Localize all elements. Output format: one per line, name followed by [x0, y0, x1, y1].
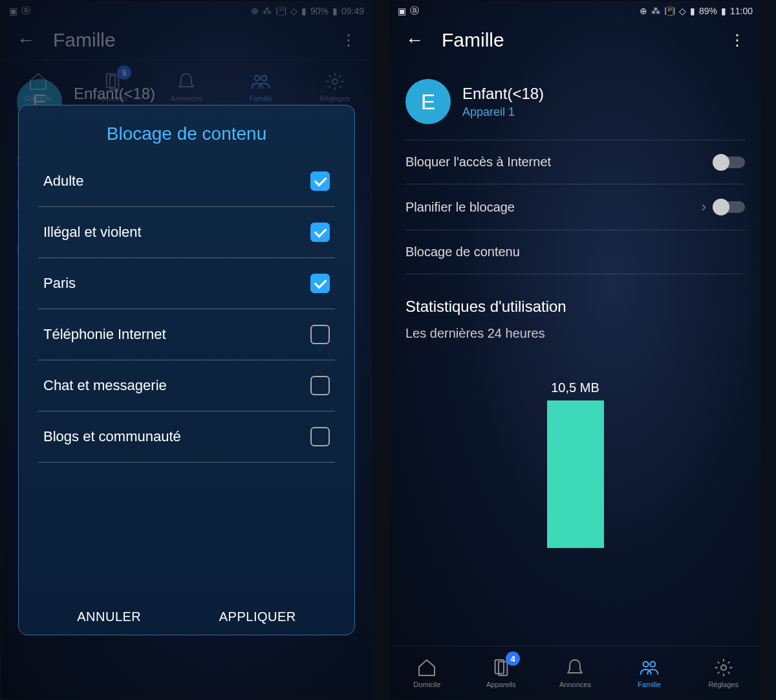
setting-label: Blocage de contenu	[405, 245, 520, 259]
toggle-internet[interactable]	[714, 157, 745, 168]
add-icon: ⊕	[640, 6, 647, 16]
vibrate-icon: 📳	[275, 6, 286, 16]
option-row[interactable]: Téléphonie Internet	[38, 309, 335, 360]
nav-label: Domicile	[413, 681, 440, 688]
nav-label: Famille	[638, 681, 660, 688]
bar-value-label: 10,5 MB	[547, 380, 604, 395]
setting-label: Planifier le blocage	[405, 200, 515, 215]
setting-block-internet[interactable]: Bloquer l'accès à Internet	[405, 140, 745, 184]
more-icon[interactable]: ⋮	[729, 31, 745, 49]
nav-item-réglages[interactable]: Réglages	[686, 646, 760, 699]
phone-right: ▣ ⓐ ⊕ ⁂ 📳 ◇ ▮ 89% ▮ 11:00 ← Famille ⋮ E …	[390, 1, 760, 699]
accessibility-icon: ⓐ	[21, 5, 30, 17]
avatar[interactable]: E	[405, 79, 451, 124]
app-bar: ← Famille ⋮	[1, 21, 372, 60]
option-row[interactable]: Paris	[38, 258, 335, 309]
option-row[interactable]: Illégal et violent	[38, 207, 335, 258]
nav-item-annonces[interactable]: Annonces	[538, 646, 612, 699]
gallery-icon: ▣	[9, 6, 17, 16]
option-label: Blogs et communauté	[43, 428, 181, 445]
option-row[interactable]: Adulte	[38, 156, 335, 207]
nav-label: Annonces	[171, 94, 202, 102]
bottom-nav: DomicileAppareils4AnnoncesFamilleRéglage…	[390, 646, 760, 699]
wifi-icon: ◇	[290, 6, 297, 16]
option-row[interactable]: Blogs et communauté	[38, 411, 335, 463]
checkbox[interactable]	[310, 223, 330, 242]
option-label: Adulte	[43, 173, 83, 190]
usage-bar	[547, 400, 604, 548]
checkbox[interactable]	[310, 376, 330, 395]
clock: 09:49	[341, 6, 364, 16]
nav-label: Famille	[249, 94, 272, 102]
battery-icon: ▮	[332, 6, 338, 16]
checkbox[interactable]	[310, 274, 330, 293]
option-list: AdulteIllégal et violentParisTéléphonie …	[38, 156, 335, 585]
nav-item-famille[interactable]: Famille	[612, 646, 687, 699]
clock: 11:00	[730, 6, 753, 16]
stats-title: Statistiques d'utilisation	[405, 298, 745, 316]
add-icon: ⊕	[251, 6, 259, 16]
dialog-title: Blocage de contenu	[38, 124, 335, 144]
nav-label: Réglages	[708, 681, 738, 688]
app-bar: ← Famille ⋮	[390, 21, 760, 60]
page-title: Famille	[442, 29, 711, 51]
nav-label: Appareils	[486, 681, 516, 688]
chevron-right-icon[interactable]: ›	[702, 199, 706, 215]
back-icon[interactable]: ←	[17, 30, 35, 50]
profile-name: Enfant(<18)	[462, 85, 544, 103]
signal-icon: ▮	[690, 6, 695, 16]
gallery-icon: ▣	[398, 6, 406, 16]
toggle-schedule[interactable]	[714, 201, 745, 213]
svg-point-8	[650, 661, 655, 666]
phone-left: ▣ ⓐ ⊕ ⁂ 📳 ◇ ▮ 90% ▮ 09:49 ← Famille ⋮ E …	[1, 1, 372, 699]
back-icon[interactable]: ←	[405, 30, 424, 50]
nav-label: Annonces	[559, 681, 591, 688]
setting-content-block[interactable]: Blocage de contenu	[405, 230, 745, 274]
setting-label: Bloquer l'accès à Internet	[405, 155, 551, 170]
nav-label: Réglages	[319, 94, 349, 102]
battery-percent: 90%	[310, 6, 329, 16]
status-bar: ▣ ⓐ ⊕ ⁂ 📳 ◇ ▮ 90% ▮ 09:49	[1, 1, 372, 21]
nav-badge: 4	[506, 651, 520, 666]
option-label: Téléphonie Internet	[43, 326, 166, 343]
stats-subtitle: Les dernières 24 heures	[405, 326, 745, 341]
nav-badge: 5	[117, 65, 131, 80]
checkbox[interactable]	[310, 171, 330, 191]
accessibility-icon: ⓐ	[410, 5, 419, 17]
svg-point-7	[643, 661, 649, 666]
bluetooth-icon: ⁂	[263, 6, 272, 16]
svg-point-4	[332, 79, 338, 84]
main-content: E Enfant(<18) Appareil 1 Bloquer l'accès…	[390, 60, 760, 646]
svg-point-9	[721, 665, 726, 670]
status-bar: ▣ ⓐ ⊕ ⁂ 📳 ◇ ▮ 89% ▮ 11:00	[390, 1, 760, 21]
checkbox[interactable]	[310, 325, 330, 344]
setting-schedule-block[interactable]: Planifier le blocage ›	[405, 184, 745, 230]
usage-chart: 10,5 MB	[405, 373, 745, 548]
vibrate-icon: 📳	[664, 6, 675, 16]
option-row[interactable]: Chat et messagerie	[38, 360, 335, 411]
content-block-dialog: Blocage de contenu AdulteIllégal et viol…	[18, 105, 355, 635]
wifi-icon: ◇	[679, 6, 686, 16]
cancel-button[interactable]: ANNULER	[77, 609, 141, 624]
nav-item-domicile[interactable]: Domicile	[390, 646, 464, 699]
page-title: Famille	[53, 29, 323, 51]
option-label: Illégal et violent	[43, 224, 142, 241]
more-icon[interactable]: ⋮	[341, 31, 356, 49]
nav-label: Domicile	[25, 94, 52, 102]
svg-point-2	[255, 75, 260, 80]
battery-percent: 89%	[699, 6, 717, 16]
signal-icon: ▮	[301, 6, 307, 16]
bluetooth-icon: ⁂	[651, 6, 660, 16]
checkbox[interactable]	[310, 427, 330, 446]
nav-label: Appareils	[98, 94, 127, 102]
battery-icon: ▮	[721, 6, 726, 16]
profile-device: Appareil 1	[462, 105, 544, 119]
nav-item-appareils[interactable]: Appareils4	[464, 646, 539, 699]
option-label: Chat et messagerie	[43, 377, 167, 394]
option-label: Paris	[43, 275, 76, 292]
apply-button[interactable]: APPLIQUER	[219, 609, 296, 624]
svg-point-3	[261, 75, 266, 80]
